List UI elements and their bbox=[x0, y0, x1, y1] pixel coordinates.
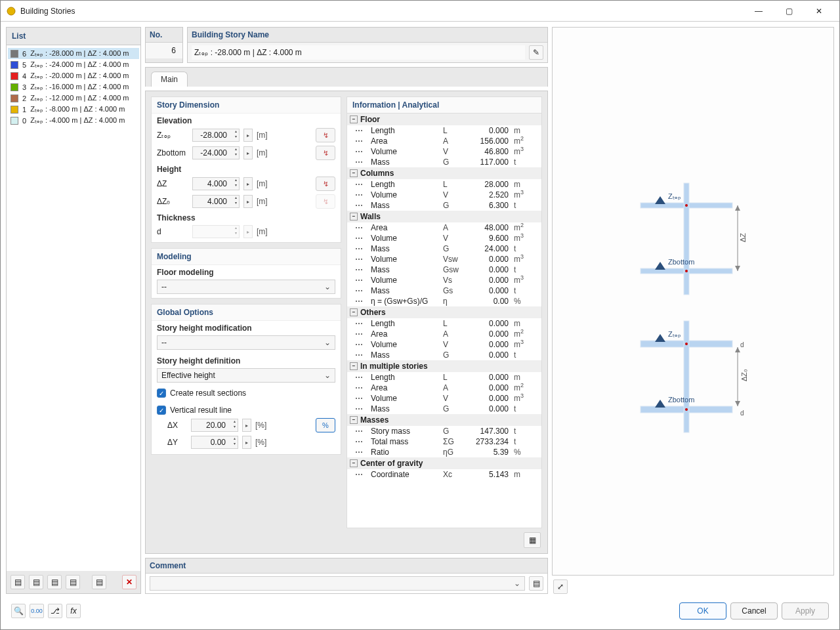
list-tool-3[interactable]: ▤ bbox=[47, 575, 62, 589]
list-tool-1[interactable]: ▤ bbox=[10, 575, 25, 589]
info-row: ⋯AreaA0.000m2 bbox=[347, 329, 541, 339]
collapse-icon: − bbox=[350, 362, 358, 370]
ztop-pick-icon[interactable]: ↯ bbox=[316, 128, 335, 142]
color-swatch bbox=[10, 72, 18, 80]
ztop-arrow[interactable]: ▸ bbox=[243, 129, 253, 142]
edit-name-button[interactable]: ✎ bbox=[529, 45, 543, 60]
info-group-name: Others bbox=[360, 308, 386, 317]
story-list[interactable]: 6 Zₜₒₚ : -28.000 m | ΔZ : 4.000 m 5 Zₜₒₚ… bbox=[7, 45, 140, 571]
story-list-item[interactable]: 4 Zₜₒₚ : -20.000 m | ΔZ : 4.000 m bbox=[8, 70, 139, 81]
preview-tool-button[interactable]: ⤢ bbox=[553, 579, 568, 594]
list-tool-2[interactable]: ▤ bbox=[29, 575, 43, 589]
tab-main[interactable]: Main bbox=[151, 72, 188, 87]
dy-arrow[interactable]: ▸ bbox=[242, 436, 251, 449]
story-list-item[interactable]: 3 Zₜₒₚ : -16.000 m | ΔZ : 4.000 m bbox=[8, 81, 139, 93]
ok-button[interactable]: OK bbox=[679, 602, 726, 620]
svg-point-17 bbox=[685, 343, 688, 345]
dz0-unit: [m] bbox=[257, 197, 272, 206]
percent-button[interactable]: % bbox=[316, 418, 335, 432]
list-tool-4[interactable]: ▤ bbox=[66, 575, 80, 589]
dz-pick-icon[interactable]: ↯ bbox=[316, 177, 335, 191]
svg-text:d: d bbox=[740, 410, 744, 417]
zbot-arrow[interactable]: ▸ bbox=[243, 146, 253, 159]
svg-marker-26 bbox=[735, 401, 740, 406]
floor-modeling-select[interactable]: -- bbox=[157, 280, 335, 294]
story-number: 4 bbox=[22, 72, 26, 80]
collapse-icon: − bbox=[350, 116, 358, 123]
list-toolbar: ▤ ▤ ▤ ▤ ▤ ✕ bbox=[7, 571, 140, 593]
svg-text:Zbottom: Zbottom bbox=[668, 258, 694, 266]
info-group-header[interactable]: −Floor bbox=[347, 114, 541, 125]
dz-label: ΔZ bbox=[157, 179, 188, 188]
dx-input[interactable]: 20.00 bbox=[191, 419, 238, 432]
maximize-button[interactable]: ▢ bbox=[774, 1, 804, 22]
dx-arrow[interactable]: ▸ bbox=[242, 419, 251, 432]
svg-point-5 bbox=[685, 270, 688, 272]
cancel-button[interactable]: Cancel bbox=[730, 602, 778, 620]
create-sections-checkbox[interactable]: ✓ Create result sections bbox=[152, 387, 341, 400]
dz0-pick-icon[interactable]: ↯ bbox=[316, 194, 335, 209]
d-label: d bbox=[157, 227, 188, 236]
height-mod-select[interactable]: -- bbox=[157, 335, 335, 350]
comment-new-button[interactable]: ▤ bbox=[529, 576, 543, 591]
d-arrow[interactable]: ▸ bbox=[243, 225, 253, 238]
section-global-options: Global Options Story height modification… bbox=[151, 304, 341, 455]
close-button[interactable]: ✕ bbox=[804, 1, 834, 22]
info-group-header[interactable]: −In multiple stories bbox=[347, 360, 541, 372]
tab-bar: Main bbox=[145, 67, 548, 87]
story-list-item[interactable]: 5 Zₜₒₚ : -24.000 m | ΔZ : 4.000 m bbox=[8, 59, 139, 70]
info-group-header[interactable]: −Masses bbox=[347, 414, 541, 426]
comment-title: Comment bbox=[146, 558, 547, 573]
dz-arrow[interactable]: ▸ bbox=[243, 177, 253, 190]
info-row: ⋯AreaA0.000m2 bbox=[347, 383, 541, 393]
tool-button-3[interactable]: ⎇ bbox=[48, 604, 62, 618]
vertical-line-label: Vertical result line bbox=[170, 406, 232, 415]
d-input[interactable] bbox=[192, 225, 240, 238]
comment-panel: Comment ▤ bbox=[145, 558, 548, 594]
delete-button[interactable]: ✕ bbox=[122, 575, 136, 589]
story-list-item[interactable]: 0 Zₜₒₚ : -4.000 m | ΔZ : 4.000 m bbox=[8, 115, 139, 126]
minimize-button[interactable]: — bbox=[744, 1, 774, 22]
dy-input[interactable]: 0.00 bbox=[191, 436, 238, 449]
titlebar: Building Stories — ▢ ✕ bbox=[1, 1, 839, 22]
info-row: ⋯LengthL0.000m bbox=[347, 125, 541, 136]
dz0-input[interactable]: 4.000 bbox=[192, 195, 240, 208]
story-list-item[interactable]: 1 Zₜₒₚ : -8.000 m | ΔZ : 4.000 m bbox=[8, 104, 139, 115]
info-row: ⋯VolumeVsw0.000m3 bbox=[347, 254, 541, 264]
units-button[interactable]: 0.00 bbox=[30, 604, 44, 618]
floor-modeling-label: Floor modeling bbox=[152, 265, 341, 278]
story-name-box: Building Story Name Zₜₒₚ : -28.000 m | Δ… bbox=[187, 27, 548, 63]
story-list-item[interactable]: 2 Zₜₒₚ : -12.000 m | ΔZ : 4.000 m bbox=[8, 93, 139, 104]
preview-canvas: Zₜₒₚ Zbottom ΔZ bbox=[552, 27, 834, 576]
info-excel-button[interactable]: ▦ bbox=[524, 532, 541, 548]
story-number: 2 bbox=[22, 94, 26, 102]
dz0-arrow[interactable]: ▸ bbox=[243, 195, 253, 208]
info-group-header[interactable]: −Walls bbox=[347, 211, 541, 222]
tool-button-4[interactable]: fx bbox=[66, 604, 81, 618]
info-group-header[interactable]: −Others bbox=[347, 306, 541, 318]
zbot-pick-icon[interactable]: ↯ bbox=[316, 146, 335, 160]
global-options-title: Global Options bbox=[152, 304, 341, 321]
list-tool-5[interactable]: ▤ bbox=[92, 575, 106, 589]
svg-marker-25 bbox=[735, 347, 740, 352]
info-group-header[interactable]: −Center of gravity bbox=[347, 457, 541, 469]
info-row: ⋯MassGs0.000t bbox=[347, 285, 541, 296]
info-group-header[interactable]: −Columns bbox=[347, 167, 541, 179]
story-list-item[interactable]: 6 Zₜₒₚ : -28.000 m | ΔZ : 4.000 m bbox=[8, 48, 139, 59]
elevation-label: Elevation bbox=[152, 114, 341, 127]
info-grid[interactable]: −Floor⋯LengthL0.000m⋯AreaA156.000m2⋯Volu… bbox=[346, 113, 542, 528]
comment-input[interactable] bbox=[150, 576, 525, 591]
story-name-input[interactable]: Zₜₒₚ : -28.000 m | ΔZ : 4.000 m bbox=[192, 45, 525, 60]
list-title: List bbox=[7, 28, 140, 45]
section-story-dimension: Story Dimension Elevation Zₜₒₚ -28.000 ▸… bbox=[151, 96, 341, 243]
apply-button[interactable]: Apply bbox=[782, 602, 829, 620]
app-window: Building Stories — ▢ ✕ List 6 Zₜₒₚ : -28… bbox=[0, 0, 840, 630]
zbot-input[interactable]: -24.000 bbox=[192, 146, 240, 159]
height-def-select[interactable]: Effective height bbox=[157, 368, 335, 383]
ztop-input[interactable]: -28.000 bbox=[192, 129, 240, 142]
info-title: Information | Analytical bbox=[346, 96, 542, 113]
dz-input[interactable]: 4.000 bbox=[192, 177, 240, 190]
vertical-line-checkbox[interactable]: ✓ Vertical result line bbox=[152, 404, 341, 417]
help-button[interactable]: 🔍 bbox=[11, 604, 26, 618]
color-swatch bbox=[10, 83, 18, 91]
